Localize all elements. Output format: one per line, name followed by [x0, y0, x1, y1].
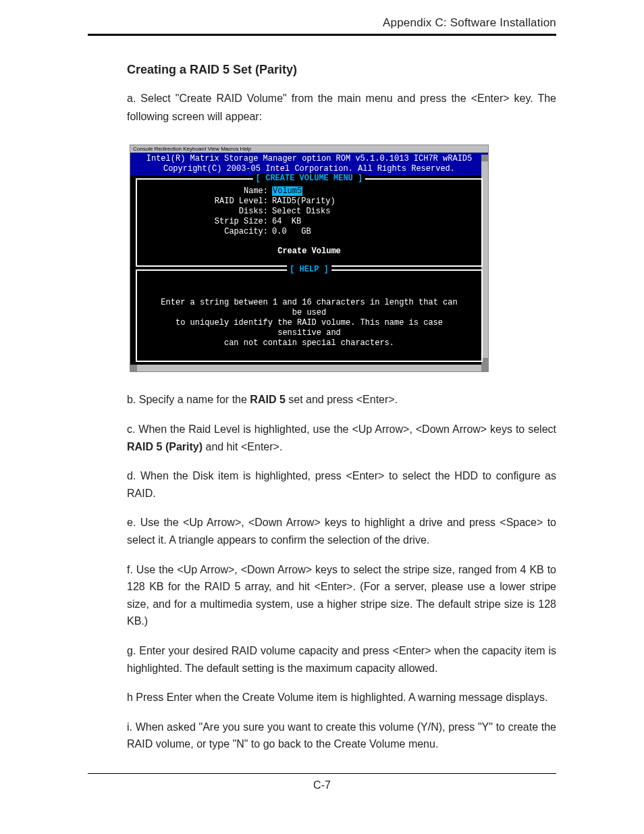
field-raid-level: RAID Level: RAID5(Parity) [142, 197, 476, 207]
screenshot-banner: Intel(R) Matrix Storage Manager option R… [130, 153, 488, 176]
help-box-title: [ HELP ] [287, 265, 331, 274]
step-b-bold: RAID 5 [250, 394, 285, 405]
field-capacity-value: 0.0 GB [268, 227, 311, 237]
step-e: e. Use the <Up Arrow>, <Down Arrow> keys… [127, 514, 556, 548]
scroll-arrow-right-icon [481, 365, 488, 371]
step-b-post: set and press <Enter>. [286, 394, 398, 405]
screenshot-menubar: Console Redirection Keyboard View Macros… [130, 145, 488, 153]
step-b-pre: b. Specify a name for the [127, 394, 250, 405]
step-b: b. Specify a name for the RAID 5 set and… [127, 391, 556, 409]
step-c-pre: c. When the Raid Level is highlighted, u… [127, 423, 556, 435]
banner-line-1: Intel(R) Matrix Storage Manager option R… [130, 154, 488, 164]
step-d: d. When the Disk item is highlighted, pr… [127, 467, 556, 502]
field-strip-label: Strip Size: [203, 217, 268, 227]
intro-paragraph: a. Select "Create RAID Volume" from the … [127, 89, 556, 126]
field-capacity: Capacity: 0.0 GB [142, 227, 476, 237]
help-line-1: Enter a string between 1 and 16 characte… [156, 298, 462, 318]
scroll-arrow-up-icon [481, 155, 488, 161]
help-line-2: to uniquely identify the RAID volume. Th… [156, 318, 462, 338]
field-capacity-label: Capacity: [203, 227, 268, 237]
step-h: h Press Enter when the Create Volume ite… [127, 689, 556, 706]
scroll-arrow-left-icon [130, 365, 137, 371]
field-strip-value: 64 KB [268, 217, 301, 227]
field-name-label: Name: [203, 186, 268, 197]
footer-rule [88, 773, 556, 774]
field-name: Name: Volum5 [142, 186, 476, 197]
field-disks-value: Select Disks [268, 207, 330, 217]
step-c-post: and hit <Enter>. [203, 441, 282, 452]
bios-screenshot: Console Redirection Keyboard View Macros… [130, 145, 489, 372]
create-volume-action: Create Volume [142, 246, 476, 256]
field-raid-level-value: RAID5(Parity) [268, 197, 336, 207]
banner-line-2: Copyright(C) 2003-05 Intel Corporation. … [130, 164, 488, 174]
help-box: [ HELP ] Enter a string between 1 and 16… [136, 269, 483, 362]
field-name-value: Volum5 [268, 186, 302, 197]
field-strip-size: Strip Size: 64 KB [142, 217, 476, 227]
step-c: c. When the Raid Level is highlighted, u… [127, 421, 556, 455]
step-i: i. When asked "Are you sure you want to … [127, 719, 556, 753]
section-title: Creating a RAID 5 Set (Parity) [127, 63, 556, 77]
field-raid-level-label: RAID Level: [203, 197, 268, 207]
field-disks: Disks: Select Disks [142, 207, 476, 217]
page-number: C-7 [88, 779, 556, 791]
field-disks-label: Disks: [203, 207, 268, 217]
step-f: f. Use the <Up Arrow>, <Down Arrow> keys… [127, 561, 556, 630]
step-g: g. Enter your desired RAID volume capaci… [127, 642, 556, 677]
create-volume-box-title: [ CREATE VOLUME MENU ] [253, 174, 365, 183]
help-line-3: can not contain special characters. [156, 338, 462, 348]
create-volume-box: [ CREATE VOLUME MENU ] Name: Volum5 RAID… [136, 178, 483, 267]
running-header: Appendix C: Software Installation [88, 16, 556, 30]
scrollbar-horizontal [130, 365, 488, 371]
step-c-bold: RAID 5 (Parity) [127, 441, 203, 452]
header-rule [88, 34, 556, 36]
